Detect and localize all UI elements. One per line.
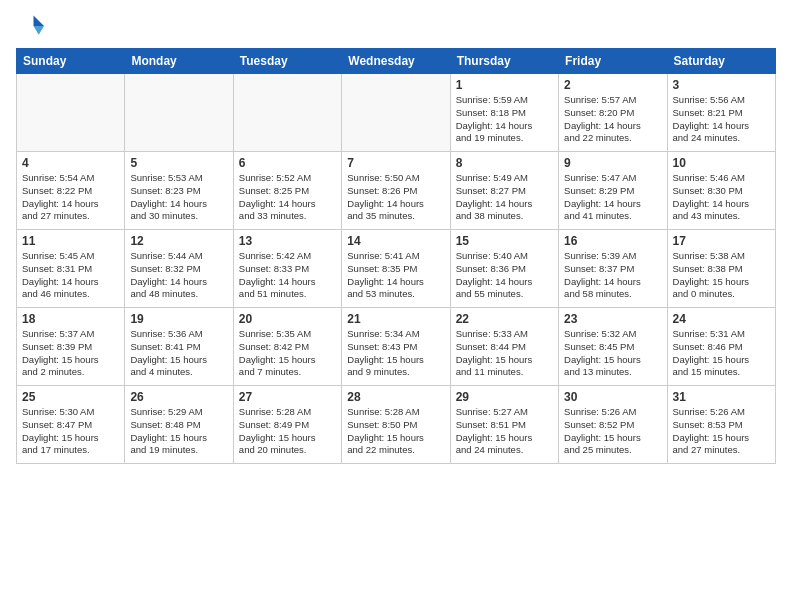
day-cell: 23Sunrise: 5:32 AM Sunset: 8:45 PM Dayli… xyxy=(559,308,667,386)
calendar: SundayMondayTuesdayWednesdayThursdayFrid… xyxy=(16,48,776,464)
day-number: 26 xyxy=(130,390,227,404)
day-info: Sunrise: 5:47 AM Sunset: 8:29 PM Dayligh… xyxy=(564,172,661,223)
day-cell: 25Sunrise: 5:30 AM Sunset: 8:47 PM Dayli… xyxy=(17,386,125,464)
day-number: 14 xyxy=(347,234,444,248)
day-info: Sunrise: 5:33 AM Sunset: 8:44 PM Dayligh… xyxy=(456,328,553,379)
day-cell: 14Sunrise: 5:41 AM Sunset: 8:35 PM Dayli… xyxy=(342,230,450,308)
day-number: 19 xyxy=(130,312,227,326)
day-cell: 6Sunrise: 5:52 AM Sunset: 8:25 PM Daylig… xyxy=(233,152,341,230)
day-info: Sunrise: 5:54 AM Sunset: 8:22 PM Dayligh… xyxy=(22,172,119,223)
day-info: Sunrise: 5:39 AM Sunset: 8:37 PM Dayligh… xyxy=(564,250,661,301)
day-number: 15 xyxy=(456,234,553,248)
day-cell: 26Sunrise: 5:29 AM Sunset: 8:48 PM Dayli… xyxy=(125,386,233,464)
day-info: Sunrise: 5:56 AM Sunset: 8:21 PM Dayligh… xyxy=(673,94,770,145)
day-cell: 17Sunrise: 5:38 AM Sunset: 8:38 PM Dayli… xyxy=(667,230,775,308)
day-number: 1 xyxy=(456,78,553,92)
day-info: Sunrise: 5:40 AM Sunset: 8:36 PM Dayligh… xyxy=(456,250,553,301)
week-row-2: 4Sunrise: 5:54 AM Sunset: 8:22 PM Daylig… xyxy=(17,152,776,230)
day-number: 13 xyxy=(239,234,336,248)
day-cell xyxy=(17,74,125,152)
day-info: Sunrise: 5:53 AM Sunset: 8:23 PM Dayligh… xyxy=(130,172,227,223)
logo-icon xyxy=(16,12,44,40)
day-number: 17 xyxy=(673,234,770,248)
day-cell: 3Sunrise: 5:56 AM Sunset: 8:21 PM Daylig… xyxy=(667,74,775,152)
day-cell: 7Sunrise: 5:50 AM Sunset: 8:26 PM Daylig… xyxy=(342,152,450,230)
day-cell: 9Sunrise: 5:47 AM Sunset: 8:29 PM Daylig… xyxy=(559,152,667,230)
header xyxy=(16,12,776,40)
day-number: 25 xyxy=(22,390,119,404)
col-header-tuesday: Tuesday xyxy=(233,49,341,74)
day-number: 2 xyxy=(564,78,661,92)
day-cell: 20Sunrise: 5:35 AM Sunset: 8:42 PM Dayli… xyxy=(233,308,341,386)
day-cell: 30Sunrise: 5:26 AM Sunset: 8:52 PM Dayli… xyxy=(559,386,667,464)
day-number: 10 xyxy=(673,156,770,170)
day-cell: 22Sunrise: 5:33 AM Sunset: 8:44 PM Dayli… xyxy=(450,308,558,386)
day-cell: 8Sunrise: 5:49 AM Sunset: 8:27 PM Daylig… xyxy=(450,152,558,230)
col-header-sunday: Sunday xyxy=(17,49,125,74)
day-cell: 31Sunrise: 5:26 AM Sunset: 8:53 PM Dayli… xyxy=(667,386,775,464)
day-cell: 1Sunrise: 5:59 AM Sunset: 8:18 PM Daylig… xyxy=(450,74,558,152)
day-info: Sunrise: 5:34 AM Sunset: 8:43 PM Dayligh… xyxy=(347,328,444,379)
day-info: Sunrise: 5:35 AM Sunset: 8:42 PM Dayligh… xyxy=(239,328,336,379)
day-number: 12 xyxy=(130,234,227,248)
day-cell: 13Sunrise: 5:42 AM Sunset: 8:33 PM Dayli… xyxy=(233,230,341,308)
day-cell: 5Sunrise: 5:53 AM Sunset: 8:23 PM Daylig… xyxy=(125,152,233,230)
header-row: SundayMondayTuesdayWednesdayThursdayFrid… xyxy=(17,49,776,74)
day-cell: 29Sunrise: 5:27 AM Sunset: 8:51 PM Dayli… xyxy=(450,386,558,464)
day-info: Sunrise: 5:49 AM Sunset: 8:27 PM Dayligh… xyxy=(456,172,553,223)
day-info: Sunrise: 5:41 AM Sunset: 8:35 PM Dayligh… xyxy=(347,250,444,301)
day-cell: 27Sunrise: 5:28 AM Sunset: 8:49 PM Dayli… xyxy=(233,386,341,464)
col-header-wednesday: Wednesday xyxy=(342,49,450,74)
day-info: Sunrise: 5:26 AM Sunset: 8:52 PM Dayligh… xyxy=(564,406,661,457)
col-header-friday: Friday xyxy=(559,49,667,74)
day-cell: 16Sunrise: 5:39 AM Sunset: 8:37 PM Dayli… xyxy=(559,230,667,308)
day-cell: 18Sunrise: 5:37 AM Sunset: 8:39 PM Dayli… xyxy=(17,308,125,386)
day-info: Sunrise: 5:45 AM Sunset: 8:31 PM Dayligh… xyxy=(22,250,119,301)
day-number: 4 xyxy=(22,156,119,170)
week-row-3: 11Sunrise: 5:45 AM Sunset: 8:31 PM Dayli… xyxy=(17,230,776,308)
day-number: 9 xyxy=(564,156,661,170)
day-number: 31 xyxy=(673,390,770,404)
day-info: Sunrise: 5:36 AM Sunset: 8:41 PM Dayligh… xyxy=(130,328,227,379)
day-number: 24 xyxy=(673,312,770,326)
day-info: Sunrise: 5:44 AM Sunset: 8:32 PM Dayligh… xyxy=(130,250,227,301)
day-number: 3 xyxy=(673,78,770,92)
day-info: Sunrise: 5:30 AM Sunset: 8:47 PM Dayligh… xyxy=(22,406,119,457)
day-info: Sunrise: 5:28 AM Sunset: 8:49 PM Dayligh… xyxy=(239,406,336,457)
day-number: 28 xyxy=(347,390,444,404)
day-cell: 2Sunrise: 5:57 AM Sunset: 8:20 PM Daylig… xyxy=(559,74,667,152)
day-info: Sunrise: 5:52 AM Sunset: 8:25 PM Dayligh… xyxy=(239,172,336,223)
day-info: Sunrise: 5:37 AM Sunset: 8:39 PM Dayligh… xyxy=(22,328,119,379)
day-info: Sunrise: 5:26 AM Sunset: 8:53 PM Dayligh… xyxy=(673,406,770,457)
page: SundayMondayTuesdayWednesdayThursdayFrid… xyxy=(0,0,792,612)
svg-marker-0 xyxy=(34,16,45,27)
week-row-4: 18Sunrise: 5:37 AM Sunset: 8:39 PM Dayli… xyxy=(17,308,776,386)
day-info: Sunrise: 5:57 AM Sunset: 8:20 PM Dayligh… xyxy=(564,94,661,145)
day-cell: 4Sunrise: 5:54 AM Sunset: 8:22 PM Daylig… xyxy=(17,152,125,230)
day-number: 20 xyxy=(239,312,336,326)
day-cell: 21Sunrise: 5:34 AM Sunset: 8:43 PM Dayli… xyxy=(342,308,450,386)
day-number: 8 xyxy=(456,156,553,170)
svg-marker-1 xyxy=(34,26,45,35)
day-number: 30 xyxy=(564,390,661,404)
day-number: 18 xyxy=(22,312,119,326)
day-info: Sunrise: 5:38 AM Sunset: 8:38 PM Dayligh… xyxy=(673,250,770,301)
day-cell: 15Sunrise: 5:40 AM Sunset: 8:36 PM Dayli… xyxy=(450,230,558,308)
day-info: Sunrise: 5:29 AM Sunset: 8:48 PM Dayligh… xyxy=(130,406,227,457)
col-header-saturday: Saturday xyxy=(667,49,775,74)
week-row-5: 25Sunrise: 5:30 AM Sunset: 8:47 PM Dayli… xyxy=(17,386,776,464)
day-cell: 19Sunrise: 5:36 AM Sunset: 8:41 PM Dayli… xyxy=(125,308,233,386)
day-cell xyxy=(125,74,233,152)
day-info: Sunrise: 5:42 AM Sunset: 8:33 PM Dayligh… xyxy=(239,250,336,301)
day-cell xyxy=(342,74,450,152)
day-cell: 12Sunrise: 5:44 AM Sunset: 8:32 PM Dayli… xyxy=(125,230,233,308)
day-cell: 28Sunrise: 5:28 AM Sunset: 8:50 PM Dayli… xyxy=(342,386,450,464)
day-number: 21 xyxy=(347,312,444,326)
day-cell xyxy=(233,74,341,152)
day-cell: 24Sunrise: 5:31 AM Sunset: 8:46 PM Dayli… xyxy=(667,308,775,386)
day-info: Sunrise: 5:28 AM Sunset: 8:50 PM Dayligh… xyxy=(347,406,444,457)
day-info: Sunrise: 5:46 AM Sunset: 8:30 PM Dayligh… xyxy=(673,172,770,223)
day-info: Sunrise: 5:59 AM Sunset: 8:18 PM Dayligh… xyxy=(456,94,553,145)
day-number: 29 xyxy=(456,390,553,404)
day-cell: 10Sunrise: 5:46 AM Sunset: 8:30 PM Dayli… xyxy=(667,152,775,230)
